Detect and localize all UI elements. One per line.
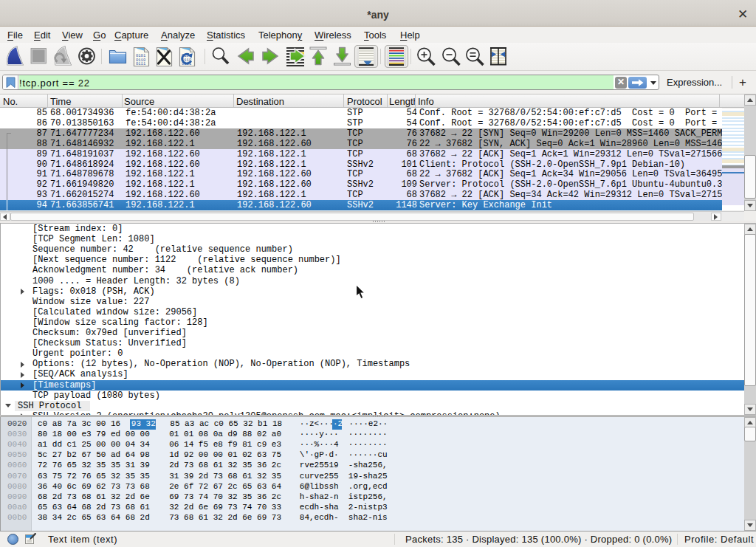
svg-text:0111: 0111 (136, 61, 146, 66)
